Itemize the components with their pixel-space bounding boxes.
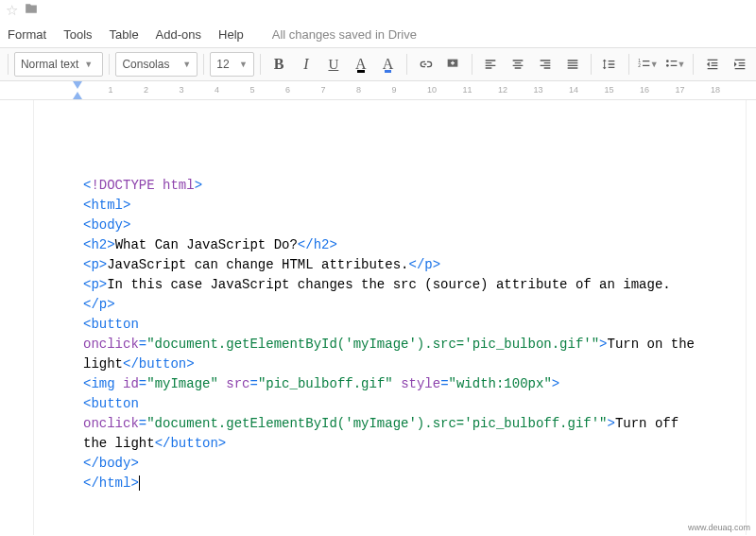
ruler-tick: 1 <box>109 85 113 95</box>
ruler-tick: 15 <box>605 85 614 95</box>
ruler-tick: 3 <box>180 85 184 95</box>
code-token: body <box>99 456 131 471</box>
align-justify-icon <box>565 57 580 72</box>
left-indent-marker[interactable] <box>73 92 82 99</box>
align-left-icon <box>483 57 498 72</box>
code-token: > <box>433 257 440 272</box>
code-token: In this case JavaScript changes the src … <box>107 277 671 292</box>
document-content[interactable]: <!DOCTYPE html> <html> <body> <h2>What C… <box>83 176 696 493</box>
svg-point-5 <box>666 60 669 62</box>
bold-button[interactable]: B <box>266 52 292 77</box>
chevron-down-icon: ▼ <box>239 60 248 69</box>
code-token <box>115 376 123 391</box>
code-token: > <box>130 475 138 491</box>
code-token: "document.getElementById('myImage').src=… <box>146 337 599 352</box>
svg-text:2: 2 <box>638 63 641 68</box>
text-color-button[interactable]: A <box>348 52 373 77</box>
align-justify-button[interactable] <box>559 52 585 77</box>
ruler-tick: 7 <box>321 85 326 95</box>
code-token: </ <box>83 456 99 471</box>
font-size-label: 12 <box>216 58 229 71</box>
menu-tools[interactable]: Tools <box>63 27 92 42</box>
ruler-tick: 10 <box>427 85 437 95</box>
code-token <box>393 376 401 391</box>
code-token: button <box>139 356 186 372</box>
underline-icon: U <box>328 57 338 73</box>
align-right-button[interactable] <box>532 52 558 77</box>
line-spacing-button[interactable] <box>597 52 623 77</box>
code-token: onclick <box>83 416 139 431</box>
code-token: > <box>107 237 114 252</box>
text-cursor <box>139 475 140 491</box>
underline-button[interactable]: U <box>320 52 346 77</box>
code-token: = <box>139 416 146 431</box>
increase-indent-icon <box>732 57 747 72</box>
code-token: </ <box>83 475 99 491</box>
insert-comment-button[interactable] <box>440 52 466 77</box>
highlight-icon: A <box>383 56 394 73</box>
font-family-dropdown[interactable]: Consolas ▼ <box>115 52 198 77</box>
code-token: h2 <box>314 237 330 252</box>
bulleted-list-button[interactable]: ▼ <box>662 52 688 77</box>
increase-indent-button[interactable] <box>727 52 752 77</box>
font-size-dropdown[interactable]: 12 ▼ <box>210 52 254 77</box>
menu-addons[interactable]: Add-ons <box>156 27 201 42</box>
code-token: body <box>91 217 123 233</box>
svg-rect-2 <box>453 61 454 65</box>
ruler-tick: 4 <box>215 85 219 95</box>
chevron-down-icon: ▼ <box>84 60 93 69</box>
first-line-indent-marker[interactable] <box>73 81 82 89</box>
code-token: > <box>552 376 559 391</box>
code-token: > <box>329 237 336 252</box>
title-bar: ☆ <box>0 0 756 21</box>
menu-format[interactable]: Format <box>8 27 46 42</box>
code-token: style <box>401 376 440 391</box>
code-token: > <box>123 217 130 233</box>
comment-icon <box>445 57 460 72</box>
italic-icon: I <box>303 56 308 73</box>
link-icon <box>418 57 433 72</box>
code-token <box>139 396 146 411</box>
code-token: onclick <box>83 337 139 352</box>
code-token: src <box>226 376 249 391</box>
code-token: = <box>440 376 448 391</box>
ruler-tick: 11 <box>463 85 472 95</box>
line-spacing-icon <box>602 57 617 72</box>
menu-help[interactable]: Help <box>218 27 244 42</box>
watermark: www.deuaq.com <box>688 523 750 532</box>
document-page[interactable]: <!DOCTYPE html> <html> <body> <h2>What C… <box>33 100 747 535</box>
align-center-button[interactable] <box>505 52 530 77</box>
code-token: > <box>195 178 202 193</box>
code-token: </ <box>83 297 99 312</box>
star-icon[interactable]: ☆ <box>6 2 18 19</box>
folder-icon[interactable] <box>24 2 39 19</box>
code-token: </ <box>298 237 314 252</box>
align-right-icon <box>538 57 553 72</box>
ruler[interactable]: 123456789101112131415161718 <box>0 81 756 100</box>
ruler-tick: 16 <box>640 85 649 95</box>
code-token: h2 <box>91 237 107 252</box>
code-token: > <box>99 277 107 292</box>
ruler-tick: 13 <box>534 85 543 95</box>
decrease-indent-icon <box>705 57 720 72</box>
menu-table[interactable]: Table <box>110 27 139 42</box>
highlight-color-button[interactable]: A <box>375 52 401 77</box>
ruler-tick: 6 <box>285 85 290 95</box>
code-token: !DOCTYPE html <box>91 178 194 193</box>
document-area: <!DOCTYPE html> <html> <body> <h2>What C… <box>0 100 756 535</box>
decrease-indent-button[interactable] <box>699 52 725 77</box>
text-color-icon: A <box>355 56 367 73</box>
numbered-list-button[interactable]: 12 ▼ <box>635 52 661 77</box>
insert-link-button[interactable] <box>413 52 438 77</box>
code-token: > <box>107 297 114 312</box>
paragraph-style-dropdown[interactable]: Normal text ▼ <box>14 52 104 77</box>
align-left-button[interactable] <box>478 52 504 77</box>
italic-button[interactable]: I <box>294 52 319 77</box>
bold-icon: B <box>274 56 284 73</box>
code-token: "pic_bulboff.gif" <box>258 376 393 391</box>
ruler-tick: 17 <box>676 85 685 95</box>
paragraph-style-label: Normal text <box>21 58 78 71</box>
code-token: p <box>99 297 107 312</box>
ruler-tick: 14 <box>569 85 578 95</box>
align-center-icon <box>510 57 525 72</box>
